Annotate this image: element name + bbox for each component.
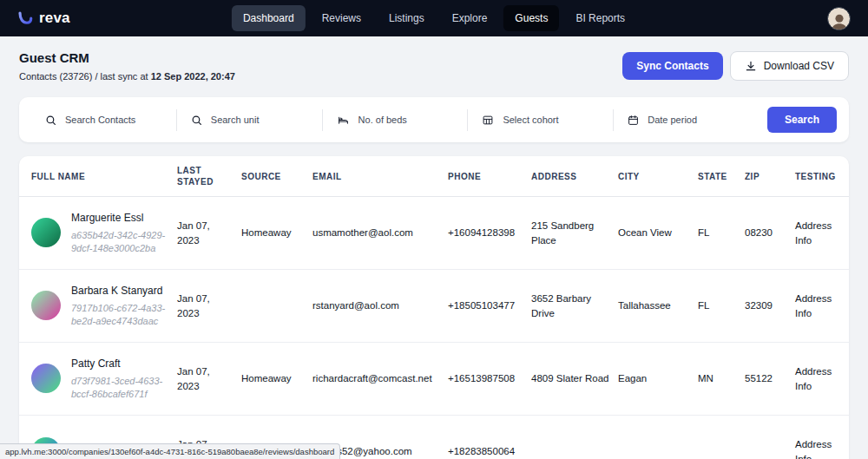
cell-last-stayed: Jan 07, 2023 bbox=[177, 364, 241, 393]
cell-zip: 32309 bbox=[745, 298, 795, 313]
nav-item-guests[interactable]: Guests bbox=[503, 5, 559, 31]
contact-uuid: a635b42d-342c-4929-9dcf-148e3000c2ba bbox=[71, 229, 168, 255]
bed-icon bbox=[337, 115, 350, 126]
nav-item-dashboard[interactable]: Dashboard bbox=[232, 5, 306, 31]
cohort-select[interactable]: Select cohort bbox=[467, 109, 613, 131]
sync-contacts-button[interactable]: Sync Contacts bbox=[622, 52, 722, 80]
contact-name: Barbara K Stanyard bbox=[71, 284, 168, 298]
last-sync-date: 12 Sep 2022, 20:47 bbox=[151, 71, 235, 82]
beds-placeholder: No. of beds bbox=[358, 115, 407, 125]
search-unit-placeholder: Search unit bbox=[211, 115, 260, 125]
contact-name: Marguerite Essl bbox=[71, 211, 168, 226]
brand[interactable]: reva bbox=[17, 10, 70, 27]
cell-testing: Address Info bbox=[795, 219, 840, 247]
col-state: State bbox=[698, 156, 745, 196]
contact-avatar bbox=[31, 291, 61, 320]
cell-city: Eagan bbox=[618, 371, 698, 386]
cell-phone: +18283850064 bbox=[448, 444, 531, 459]
contacts-count: Contacts (23726) / last sync at bbox=[19, 71, 151, 82]
cell-zip: 55122 bbox=[745, 371, 795, 386]
cell-state: FL bbox=[698, 298, 745, 313]
cell-address: 215 Sandberg Place bbox=[531, 219, 618, 247]
sync-status-text: Contacts (23726) / last sync at 12 Sep 2… bbox=[19, 71, 235, 82]
contact-uuid: d73f7981-3ced-4633-bccf-86bcafef671f bbox=[71, 375, 168, 401]
col-email: Email bbox=[312, 156, 448, 196]
contact-avatar bbox=[31, 218, 61, 247]
nav-item-bi-reports[interactable]: BI Reports bbox=[564, 5, 636, 31]
date-period-input[interactable]: Date period bbox=[613, 109, 759, 131]
cell-testing: Address Info bbox=[795, 364, 840, 393]
cell-last-stayed: Jan 07, 2023 bbox=[177, 292, 241, 320]
calendar-icon bbox=[628, 115, 639, 126]
search-icon bbox=[191, 115, 202, 126]
contacts-table: Full Name Last Stayed Source Email Phone… bbox=[19, 156, 849, 459]
col-city: City bbox=[618, 156, 698, 196]
cell-zip: 08230 bbox=[745, 226, 795, 240]
contact-uuid: 7917b106-c672-4a33-be2d-a9ec4743daac bbox=[71, 302, 168, 328]
cell-address: 4809 Slater Road bbox=[531, 371, 618, 386]
user-avatar[interactable] bbox=[827, 7, 851, 30]
search-icon bbox=[45, 115, 56, 126]
contact-avatar bbox=[31, 364, 61, 393]
download-csv-button[interactable]: Download CSV bbox=[730, 51, 849, 81]
search-unit-input[interactable]: Search unit bbox=[176, 109, 322, 131]
cell-city: Tallahassee bbox=[618, 298, 698, 313]
cell-testing: Address Info bbox=[795, 437, 840, 459]
cell-phone: +18505103477 bbox=[448, 298, 531, 313]
search-contacts-input[interactable]: Search Contacts bbox=[31, 109, 176, 131]
search-button[interactable]: Search bbox=[767, 107, 837, 133]
cell-source: Homeaway bbox=[241, 226, 312, 240]
col-phone: Phone bbox=[448, 156, 531, 196]
table-row[interactable]: Marguerite Essl a635b42d-342c-4929-9dcf-… bbox=[19, 197, 849, 270]
cell-address: 3652 Barbary Drive bbox=[531, 292, 618, 320]
cohort-placeholder: Select cohort bbox=[503, 115, 558, 125]
cell-state: FL bbox=[698, 226, 745, 240]
col-zip: Zip bbox=[745, 156, 795, 196]
cell-email: usmamother@aol.com bbox=[312, 226, 448, 240]
cell-phone: +16513987508 bbox=[448, 371, 531, 386]
page-header: Guest CRM Contacts (23726) / last sync a… bbox=[19, 50, 849, 82]
main-nav: Dashboard Reviews Listings Explore Guest… bbox=[232, 5, 636, 31]
col-full-name: Full Name bbox=[31, 156, 177, 196]
table-header-row: Full Name Last Stayed Source Email Phone… bbox=[19, 156, 849, 197]
col-testing: Testing bbox=[795, 156, 843, 196]
page-title: Guest CRM bbox=[19, 50, 235, 65]
top-navbar: reva Dashboard Reviews Listings Explore … bbox=[0, 0, 868, 36]
cell-testing: Address Info bbox=[795, 292, 840, 320]
nav-item-explore[interactable]: Explore bbox=[441, 5, 499, 31]
cell-state: MN bbox=[698, 371, 745, 386]
nav-item-listings[interactable]: Listings bbox=[378, 5, 436, 31]
person-icon bbox=[830, 12, 849, 30]
brand-name: reva bbox=[39, 10, 70, 27]
cell-last-stayed: Jan 07, 2023 bbox=[177, 219, 241, 247]
filter-bar: Search Contacts Search unit No. of beds … bbox=[19, 97, 849, 142]
contact-name: Patty Craft bbox=[71, 357, 168, 371]
cell-email: richardacraft@comcast.net bbox=[312, 371, 448, 386]
nav-item-reviews[interactable]: Reviews bbox=[311, 5, 372, 31]
cell-city: Ocean View bbox=[618, 226, 698, 240]
beds-input[interactable]: No. of beds bbox=[322, 109, 468, 131]
col-address: Address bbox=[531, 156, 618, 196]
reva-logo-icon bbox=[17, 10, 33, 26]
cell-email: rstanyard@aol.com bbox=[312, 298, 448, 313]
search-contacts-placeholder: Search Contacts bbox=[65, 115, 135, 125]
col-last-stayed: Last Stayed bbox=[177, 156, 241, 196]
table-row[interactable]: Patty Craft d73f7981-3ced-4633-bccf-86bc… bbox=[19, 343, 849, 416]
cohort-icon bbox=[482, 115, 494, 126]
table-row[interactable]: Barbara K Stanyard 7917b106-c672-4a33-be… bbox=[19, 270, 849, 343]
download-icon bbox=[745, 60, 757, 72]
col-source: Source bbox=[241, 156, 312, 196]
date-period-placeholder: Date period bbox=[648, 115, 697, 125]
download-csv-label: Download CSV bbox=[764, 60, 834, 72]
cell-phone: +16094128398 bbox=[448, 226, 531, 240]
cell-source: Homeaway bbox=[241, 371, 312, 386]
browser-link-preview: app.lvh.me:3000/companies/130ef60f-a4dc-… bbox=[0, 443, 340, 459]
